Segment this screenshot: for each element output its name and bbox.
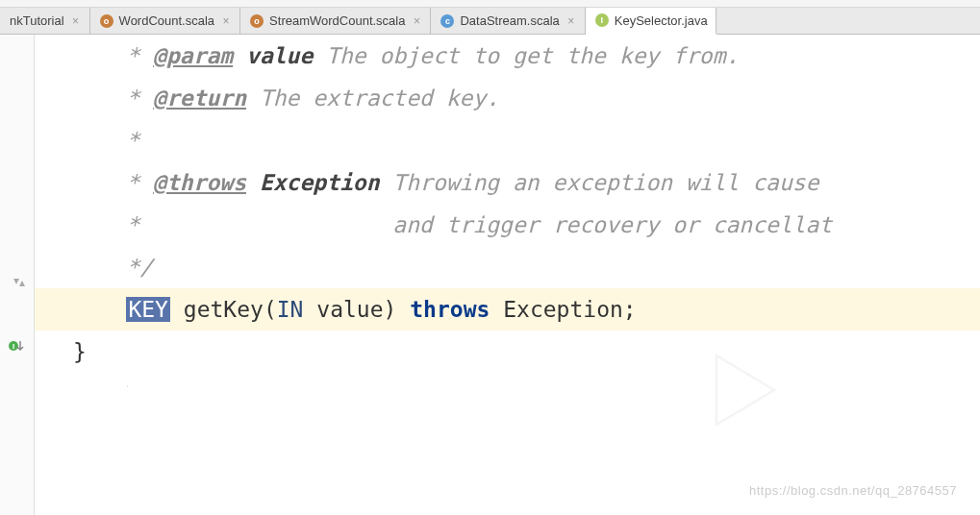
svg-text:I: I <box>13 342 14 351</box>
scala-file-icon: o <box>100 14 113 28</box>
tab-label: KeySelector.java <box>615 13 708 28</box>
code-line: } <box>73 331 980 373</box>
tab-nktutorial[interactable]: nkTutorial × <box>0 8 90 34</box>
watermark-text: https://blog.csdn.net/qq_28764557 <box>749 483 957 498</box>
breadcrumb-bar <box>0 0 980 8</box>
play-watermark-icon <box>682 332 797 448</box>
editor-area: I * @param value The object to get the k… <box>0 35 980 515</box>
code-line: */ <box>73 246 980 288</box>
code-line: * @throws Exception Throwing an exceptio… <box>73 161 980 204</box>
close-icon[interactable]: × <box>70 15 82 27</box>
interface-file-icon: I <box>595 13 609 27</box>
close-icon[interactable]: × <box>565 15 577 27</box>
code-line-active: KEY getKey(IN value) throws Exception; <box>35 288 980 331</box>
editor-tabs: nkTutorial × o WordCount.scala × o Strea… <box>0 8 980 35</box>
tab-streamwordcount[interactable]: o StreamWordCount.scala × <box>240 8 431 34</box>
code-line: * and trigger recovery or cancellat <box>73 204 980 246</box>
tab-label: WordCount.scala <box>119 13 214 28</box>
close-icon[interactable]: × <box>411 15 422 27</box>
class-file-icon: c <box>440 14 454 28</box>
code-editor[interactable]: * @param value The object to get the key… <box>35 35 980 515</box>
text-cursor-icon <box>127 373 128 400</box>
tab-wordcount[interactable]: o WordCount.scala × <box>90 8 240 34</box>
code-line: * @return The extracted key. <box>73 77 980 119</box>
tab-label: nkTutorial <box>10 13 64 28</box>
tab-label: DataStream.scala <box>460 13 559 28</box>
code-line: * @param value The object to get the key… <box>73 35 980 77</box>
scala-file-icon: o <box>250 14 264 28</box>
code-line: * <box>73 119 980 161</box>
tab-datastream[interactable]: c DataStream.scala × <box>431 8 585 34</box>
tab-label: StreamWordCount.scala <box>269 13 405 28</box>
fold-toggle-icon[interactable] <box>12 277 27 288</box>
close-icon[interactable]: × <box>220 15 232 27</box>
override-icon[interactable]: I <box>8 337 25 355</box>
tab-keyselector[interactable]: I KeySelector.java <box>586 8 716 35</box>
gutter[interactable]: I <box>0 35 35 515</box>
